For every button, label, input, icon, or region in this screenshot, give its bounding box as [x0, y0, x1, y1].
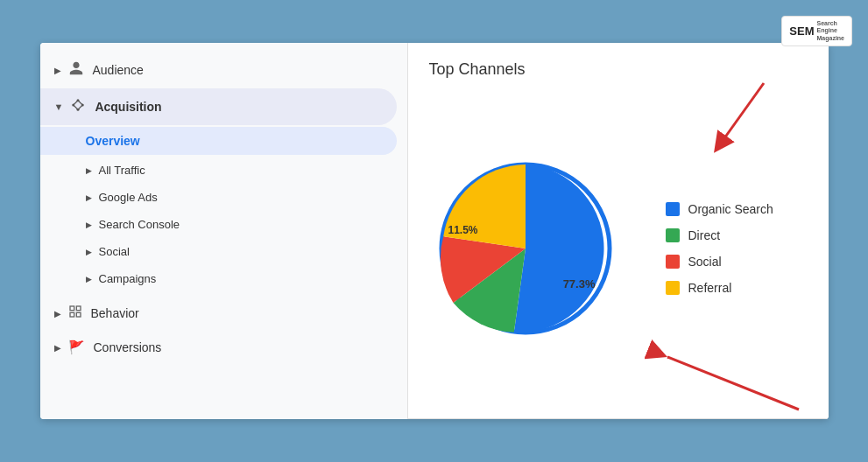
sidebar-item-campaigns[interactable]: ▶ Campaigns — [40, 265, 407, 292]
svg-rect-10 — [70, 312, 74, 317]
sem-logo: SEM SearchEngineMagazine — [781, 16, 852, 46]
search-console-arrow: ▶ — [86, 220, 92, 229]
conversions-icon: 🚩 — [68, 340, 85, 355]
sidebar-item-acquisition[interactable]: ▼ Acquisition — [40, 88, 397, 125]
behavior-arrow: ▶ — [54, 309, 61, 318]
top-channels-section: Top Channels — [408, 43, 829, 419]
search-console-label: Search Console — [99, 218, 180, 231]
legend-dot-social — [666, 255, 680, 269]
audience-label: Audience — [93, 63, 144, 77]
behavior-icon — [68, 304, 82, 322]
annotation-arrow-1 — [694, 79, 799, 184]
sidebar-item-all-traffic[interactable]: ▶ All Traffic — [40, 157, 407, 184]
chart-legend: Organic Search Direct Social Referral — [666, 202, 773, 295]
all-traffic-label: All Traffic — [99, 164, 145, 177]
svg-line-14 — [667, 357, 799, 410]
campaigns-label: Campaigns — [99, 272, 157, 285]
behavior-label: Behavior — [91, 306, 139, 320]
conversions-arrow: ▶ — [54, 343, 61, 353]
google-ads-label: Google Ads — [99, 191, 158, 204]
legend-item-direct: Direct — [666, 228, 773, 242]
pie-label-115: 11.5% — [448, 224, 478, 236]
svg-line-4 — [74, 101, 78, 105]
social-label: Social — [99, 245, 130, 258]
campaigns-arrow: ▶ — [86, 275, 92, 284]
svg-line-13 — [720, 83, 764, 144]
audience-icon — [68, 60, 84, 80]
legend-label-organic: Organic Search — [688, 202, 773, 216]
sem-text: SEM — [789, 24, 814, 38]
svg-rect-8 — [70, 306, 74, 311]
svg-rect-9 — [76, 306, 81, 311]
legend-item-social: Social — [666, 255, 773, 269]
section-title: Top Channels — [429, 60, 808, 79]
overview-label: Overview — [86, 134, 140, 148]
sidebar-item-overview[interactable]: Overview — [40, 127, 397, 155]
sidebar-item-google-ads[interactable]: ▶ Google Ads — [40, 184, 407, 211]
acquisition-label: Acquisition — [95, 100, 161, 114]
audience-arrow: ▶ — [54, 66, 61, 75]
sidebar-item-search-console[interactable]: ▶ Search Console — [40, 211, 407, 238]
svg-line-5 — [78, 101, 82, 105]
annotation-arrow-2 — [632, 340, 808, 419]
social-arrow: ▶ — [86, 248, 92, 256]
acquisition-icon — [70, 97, 86, 116]
legend-item-organic: Organic Search — [666, 202, 773, 216]
sidebar: ▶ Audience ▼ Acquisitio — [40, 43, 408, 419]
svg-line-7 — [78, 105, 82, 109]
legend-dot-direct — [666, 228, 680, 242]
sidebar-item-behavior[interactable]: ▶ Behavior — [40, 296, 407, 331]
legend-dot-referral — [666, 281, 680, 295]
main-container: ▶ Audience ▼ Acquisitio — [40, 43, 829, 419]
acquisition-arrow: ▼ — [54, 102, 64, 112]
chart-area: 11.5% 77.3% Organic Search Direct — [429, 96, 808, 401]
legend-label-direct: Direct — [688, 228, 721, 242]
svg-line-6 — [74, 105, 78, 109]
sidebar-item-conversions[interactable]: ▶ 🚩 Conversions — [40, 331, 407, 364]
legend-label-social: Social — [688, 255, 722, 269]
legend-dot-organic — [666, 202, 680, 216]
all-traffic-arrow: ▶ — [86, 166, 92, 175]
svg-rect-11 — [76, 312, 81, 317]
pie-label-773: 77.3% — [563, 277, 596, 290]
pie-svg — [429, 152, 622, 345]
legend-label-referral: Referral — [688, 281, 732, 295]
sidebar-item-social[interactable]: ▶ Social — [40, 238, 407, 265]
sidebar-item-audience[interactable]: ▶ Audience — [40, 52, 407, 88]
pie-chart: 11.5% 77.3% — [429, 152, 622, 345]
content-area: Top Channels — [408, 43, 829, 419]
google-ads-arrow: ▶ — [86, 193, 92, 202]
sem-full-text: SearchEngineMagazine — [816, 20, 844, 42]
legend-item-referral: Referral — [666, 281, 773, 295]
conversions-label: Conversions — [94, 340, 162, 354]
